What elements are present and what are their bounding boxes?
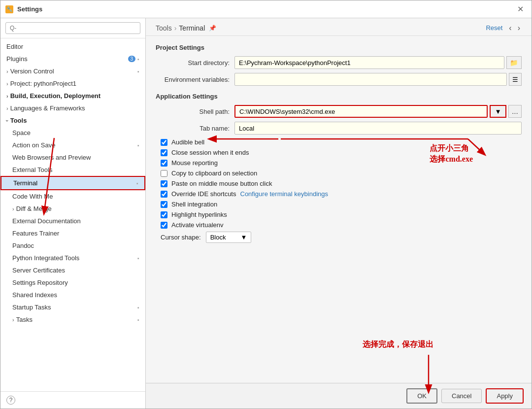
start-directory-label: Start directory: [156,59,234,67]
sidebar-item-space[interactable]: Space [0,127,145,139]
checkbox-paste-middle[interactable] [161,180,167,187]
start-directory-row: Start directory: 📁 [156,56,522,69]
shell-path-dropdown-button[interactable]: ▼ [490,105,506,118]
sidebar-item-tools[interactable]: › Tools [0,114,145,127]
search-input[interactable] [5,22,140,34]
checkbox-shell-integration[interactable] [161,201,167,208]
checkbox-activate-virtualenv[interactable] [161,222,167,229]
checkbox-mouse-reporting[interactable] [161,160,167,167]
sidebar-item-languages[interactable]: › Languages & Frameworks [0,102,145,114]
pin-icon: 📌 [209,25,216,32]
checkbox-override-ide[interactable] [161,191,167,198]
vc-icon: ▪ [137,68,139,74]
project-settings-title: Project Settings [156,44,522,51]
plugins-badge: 3 [128,56,136,62]
search-box [0,18,145,38]
tab-name-label: Tab name: [156,125,234,132]
checkbox-paste-middle-row: Paste on middle mouse button click [161,180,522,187]
checkbox-copy-clipboard[interactable] [161,170,167,177]
reset-button[interactable]: Reset [484,23,504,33]
checkbox-close-session-row: Close session when it ends [161,149,522,156]
apply-button[interactable]: Apply [486,388,524,404]
cursor-shape-dropdown[interactable]: Block ▼ [206,232,252,243]
checkbox-highlight-hyperlinks[interactable] [161,211,167,218]
sidebar-item-external-tools[interactable]: External Tools [0,164,145,176]
lang-arrow: › [6,105,8,111]
startup-icon: ▪ [137,305,139,310]
sidebar-item-build[interactable]: › Build, Execution, Deployment [0,90,145,102]
sidebar-item-project[interactable]: › Project: pythonProject1 [0,77,145,90]
shell-path-control: ▼ … [234,105,522,118]
breadcrumb-parent: Tools [156,24,172,32]
checkbox-close-session-label: Close session when it ends [171,149,249,156]
tasks-icon: ▪ [137,317,139,323]
cursor-dropdown-arrow: ▼ [240,234,247,241]
checkbox-shell-integration-row: Shell integration [161,201,522,208]
cancel-button[interactable]: Cancel [441,389,482,403]
ok-button[interactable]: OK [406,388,437,404]
breadcrumb-current: Terminal [179,24,205,32]
python-icon: ▪ [137,255,139,261]
tab-name-input[interactable] [234,122,522,135]
close-button[interactable]: ✕ [514,3,527,15]
checkbox-close-session[interactable] [161,149,167,156]
back-button[interactable]: ‹ [507,24,513,33]
start-directory-input[interactable] [234,56,504,69]
sidebar-item-web-browsers[interactable]: Web Browsers and Preview [0,151,145,164]
checkbox-audible-bell[interactable] [161,139,167,146]
breadcrumb-actions: Reset ‹ › [484,23,522,33]
checkbox-highlight-hyperlinks-row: Highlight hyperlinks [161,211,522,218]
env-variables-input[interactable] [234,73,507,86]
cursor-shape-row: Cursor shape: Block ▼ [161,232,522,243]
checkbox-shell-integration-label: Shell integration [171,201,217,208]
cursor-shape-value: Block [210,234,226,241]
sidebar-item-editor[interactable]: Editor [0,40,145,53]
build-arrow: › [6,93,8,99]
sidebar-list: Editor Plugins 3 ▪ › Version Control ▪ [0,38,145,391]
sidebar-item-code-with-me[interactable]: Code With Me [0,190,145,203]
dropdown-arrow-icon: ▼ [495,108,501,115]
sidebar-item-server-certs[interactable]: Server Certificates [0,264,145,276]
dialog-footer: OK Cancel Apply [146,383,532,409]
sidebar-item-external-docs[interactable]: External Documentation [0,215,145,227]
sidebar-item-shared-indexes[interactable]: Shared Indexes [0,289,145,301]
checkboxes-section: Audible bell Close session when it ends … [156,138,522,229]
checkbox-mouse-reporting-label: Mouse reporting [171,159,218,167]
app-icon: 🔧 [5,5,13,13]
sidebar-item-features-trainer[interactable]: Features Trainer [0,227,145,239]
tab-name-control [234,122,522,135]
checkbox-copy-clipboard-label: Copy to clipboard on selection [171,170,257,177]
sidebar-item-version-control[interactable]: › Version Control ▪ [0,65,145,77]
help-icon[interactable]: ? [6,396,15,405]
terminal-icon: ▪ [136,180,138,186]
sidebar-item-tasks[interactable]: › Tasks ▪ [0,313,145,326]
vc-arrow: › [6,68,8,74]
diff-arrow: › [12,206,14,212]
app-settings-title: Application Settings [156,93,522,100]
breadcrumb: Tools › Terminal 📌 [156,24,216,32]
checkbox-override-ide-row: Override IDE shortcuts Configure termina… [161,190,522,198]
sidebar-item-action-on-save[interactable]: Action on Save ▪ [0,139,145,151]
start-directory-browse-button[interactable]: 📁 [506,56,522,69]
shell-path-input[interactable] [234,105,488,118]
configure-keybindings-link[interactable]: Configure terminal keybindings [240,190,328,198]
sidebar: Editor Plugins 3 ▪ › Version Control ▪ [0,18,146,409]
help-section: ? [0,391,145,409]
content-panel: Tools › Terminal 📌 Reset ‹ › Project Set… [146,18,532,409]
sidebar-item-diff-merge[interactable]: › Diff & Merge [0,203,145,215]
env-variables-browse-button[interactable]: ☰ [509,73,522,86]
sidebar-item-python-integrated[interactable]: Python Integrated Tools ▪ [0,252,145,264]
start-directory-control: 📁 [234,56,522,69]
sidebar-item-plugins[interactable]: Plugins 3 ▪ [0,53,145,65]
sidebar-item-settings-repo[interactable]: Settings Repository [0,276,145,289]
shell-path-row: Shell path: ▼ … [156,105,522,118]
tools-arrow: › [4,120,10,122]
sidebar-item-startup-tasks[interactable]: Startup Tasks ▪ [0,301,145,313]
sidebar-item-pandoc[interactable]: Pandoc [0,239,145,252]
checkbox-mouse-reporting-row: Mouse reporting [161,159,522,167]
sidebar-item-terminal[interactable]: Terminal ▪ [0,176,145,190]
window-title: Settings [17,5,514,13]
checkbox-copy-clipboard-row: Copy to clipboard on selection [161,170,522,177]
shell-path-browse-button[interactable]: … [508,105,522,118]
forward-button[interactable]: › [516,24,522,33]
